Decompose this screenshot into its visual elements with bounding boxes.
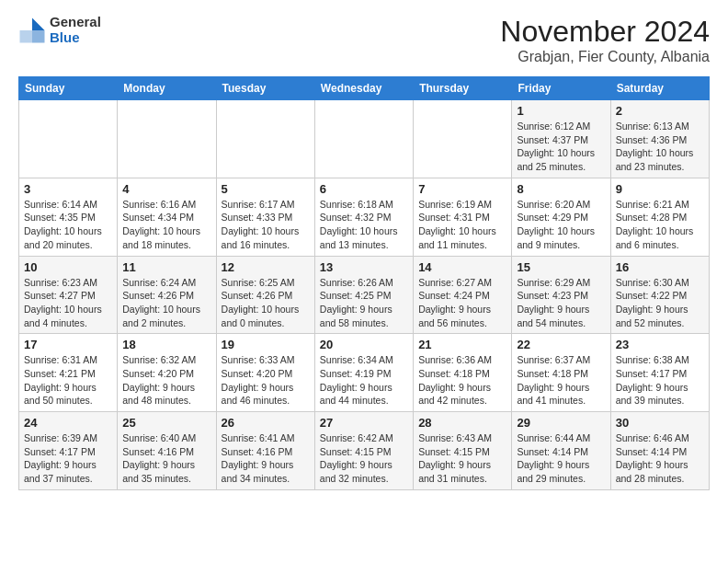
calendar-cell: 5Sunrise: 6:17 AM Sunset: 4:33 PM Daylig…: [216, 178, 314, 256]
logo-general-text: General: [50, 15, 101, 30]
calendar-cell: 6Sunrise: 6:18 AM Sunset: 4:32 PM Daylig…: [314, 178, 413, 256]
day-number: 21: [418, 338, 506, 351]
calendar-week-row: 3Sunrise: 6:14 AM Sunset: 4:35 PM Daylig…: [19, 178, 710, 256]
page: General Blue November 2024 Grabjan, Fier…: [0, 0, 728, 505]
day-number: 15: [517, 260, 605, 274]
day-number: 17: [24, 338, 112, 351]
day-detail: Sunrise: 6:12 AM Sunset: 4:37 PM Dayligh…: [517, 120, 605, 174]
calendar-header-row: SundayMondayTuesdayWednesdayThursdayFrid…: [19, 77, 710, 100]
calendar-header-thursday: Thursday: [414, 77, 512, 100]
calendar-cell: 23Sunrise: 6:38 AM Sunset: 4:17 PM Dayli…: [610, 334, 709, 412]
calendar-cell: [314, 100, 413, 178]
day-detail: Sunrise: 6:42 AM Sunset: 4:15 PM Dayligh…: [320, 431, 408, 486]
day-number: 7: [418, 182, 506, 196]
calendar-cell: 21Sunrise: 6:36 AM Sunset: 4:18 PM Dayli…: [414, 334, 512, 412]
day-detail: Sunrise: 6:41 AM Sunset: 4:16 PM Dayligh…: [222, 431, 310, 486]
main-title: November 2024: [500, 15, 710, 49]
calendar-cell: 14Sunrise: 6:27 AM Sunset: 4:24 PM Dayli…: [414, 256, 512, 334]
calendar-cell: 24Sunrise: 6:39 AM Sunset: 4:17 PM Dayli…: [19, 412, 118, 490]
calendar-week-row: 17Sunrise: 6:31 AM Sunset: 4:21 PM Dayli…: [19, 334, 710, 412]
day-number: 22: [517, 338, 605, 351]
header: General Blue November 2024 Grabjan, Fier…: [18, 15, 710, 65]
day-number: 8: [517, 182, 605, 196]
calendar-header-friday: Friday: [512, 77, 610, 100]
day-detail: Sunrise: 6:25 AM Sunset: 4:26 PM Dayligh…: [222, 276, 310, 330]
calendar-header-tuesday: Tuesday: [216, 77, 314, 100]
calendar-cell: 9Sunrise: 6:21 AM Sunset: 4:28 PM Daylig…: [610, 178, 709, 256]
svg-marker-1: [32, 30, 45, 43]
logo-icon: [18, 17, 46, 44]
calendar-cell: 19Sunrise: 6:33 AM Sunset: 4:20 PM Dayli…: [216, 334, 314, 412]
day-number: 11: [122, 260, 210, 274]
day-number: 25: [122, 416, 210, 430]
day-detail: Sunrise: 6:27 AM Sunset: 4:24 PM Dayligh…: [418, 276, 506, 330]
svg-marker-2: [20, 30, 33, 43]
calendar-cell: [216, 100, 314, 178]
day-number: 30: [616, 416, 704, 430]
calendar-cell: 27Sunrise: 6:42 AM Sunset: 4:15 PM Dayli…: [314, 412, 413, 490]
calendar-header-monday: Monday: [118, 77, 216, 100]
day-detail: Sunrise: 6:36 AM Sunset: 4:18 PM Dayligh…: [418, 353, 506, 408]
day-detail: Sunrise: 6:38 AM Sunset: 4:17 PM Dayligh…: [616, 353, 704, 408]
day-number: 24: [24, 416, 112, 430]
calendar-cell: [19, 100, 118, 178]
day-detail: Sunrise: 6:17 AM Sunset: 4:33 PM Dayligh…: [222, 198, 310, 252]
day-detail: Sunrise: 6:46 AM Sunset: 4:14 PM Dayligh…: [616, 431, 704, 486]
day-detail: Sunrise: 6:37 AM Sunset: 4:18 PM Dayligh…: [517, 353, 605, 408]
calendar-header-sunday: Sunday: [19, 77, 118, 100]
calendar-week-row: 24Sunrise: 6:39 AM Sunset: 4:17 PM Dayli…: [19, 412, 710, 490]
calendar: SundayMondayTuesdayWednesdayThursdayFrid…: [18, 76, 710, 490]
calendar-cell: 7Sunrise: 6:19 AM Sunset: 4:31 PM Daylig…: [414, 178, 512, 256]
calendar-header-wednesday: Wednesday: [314, 77, 413, 100]
day-number: 28: [418, 416, 506, 430]
calendar-cell: 17Sunrise: 6:31 AM Sunset: 4:21 PM Dayli…: [19, 334, 118, 412]
calendar-cell: 13Sunrise: 6:26 AM Sunset: 4:25 PM Dayli…: [314, 256, 413, 334]
day-detail: Sunrise: 6:30 AM Sunset: 4:22 PM Dayligh…: [616, 276, 704, 330]
calendar-cell: 2Sunrise: 6:13 AM Sunset: 4:36 PM Daylig…: [610, 100, 709, 178]
day-number: 20: [320, 338, 408, 351]
day-number: 4: [122, 182, 210, 196]
day-detail: Sunrise: 6:24 AM Sunset: 4:26 PM Dayligh…: [122, 276, 210, 330]
day-number: 27: [320, 416, 408, 430]
calendar-header-saturday: Saturday: [610, 77, 709, 100]
day-number: 9: [616, 182, 704, 196]
day-detail: Sunrise: 6:33 AM Sunset: 4:20 PM Dayligh…: [222, 353, 310, 408]
calendar-cell: 10Sunrise: 6:23 AM Sunset: 4:27 PM Dayli…: [19, 256, 118, 334]
day-detail: Sunrise: 6:20 AM Sunset: 4:29 PM Dayligh…: [517, 198, 605, 252]
day-detail: Sunrise: 6:39 AM Sunset: 4:17 PM Dayligh…: [24, 431, 112, 486]
day-number: 26: [222, 416, 310, 430]
day-number: 12: [222, 260, 310, 274]
day-detail: Sunrise: 6:29 AM Sunset: 4:23 PM Dayligh…: [517, 276, 605, 330]
day-detail: Sunrise: 6:23 AM Sunset: 4:27 PM Dayligh…: [24, 276, 112, 330]
calendar-cell: 1Sunrise: 6:12 AM Sunset: 4:37 PM Daylig…: [512, 100, 610, 178]
day-detail: Sunrise: 6:43 AM Sunset: 4:15 PM Dayligh…: [418, 431, 506, 486]
calendar-cell: 12Sunrise: 6:25 AM Sunset: 4:26 PM Dayli…: [216, 256, 314, 334]
day-number: 13: [320, 260, 408, 274]
day-detail: Sunrise: 6:31 AM Sunset: 4:21 PM Dayligh…: [24, 353, 112, 408]
calendar-week-row: 10Sunrise: 6:23 AM Sunset: 4:27 PM Dayli…: [19, 256, 710, 334]
calendar-week-row: 1Sunrise: 6:12 AM Sunset: 4:37 PM Daylig…: [19, 100, 710, 178]
calendar-cell: 20Sunrise: 6:34 AM Sunset: 4:19 PM Dayli…: [314, 334, 413, 412]
day-number: 29: [517, 416, 605, 430]
calendar-cell: 4Sunrise: 6:16 AM Sunset: 4:34 PM Daylig…: [118, 178, 216, 256]
svg-marker-0: [32, 17, 45, 30]
day-number: 5: [222, 182, 310, 196]
day-detail: Sunrise: 6:19 AM Sunset: 4:31 PM Dayligh…: [418, 198, 506, 252]
calendar-cell: 8Sunrise: 6:20 AM Sunset: 4:29 PM Daylig…: [512, 178, 610, 256]
day-detail: Sunrise: 6:14 AM Sunset: 4:35 PM Dayligh…: [24, 198, 112, 252]
calendar-cell: 3Sunrise: 6:14 AM Sunset: 4:35 PM Daylig…: [19, 178, 118, 256]
calendar-cell: 18Sunrise: 6:32 AM Sunset: 4:20 PM Dayli…: [118, 334, 216, 412]
logo: General Blue: [18, 15, 101, 45]
day-number: 1: [517, 104, 605, 118]
calendar-cell: [118, 100, 216, 178]
sub-title: Grabjan, Fier County, Albania: [500, 49, 710, 65]
day-number: 10: [24, 260, 112, 274]
day-number: 2: [616, 104, 704, 118]
calendar-cell: [414, 100, 512, 178]
day-number: 3: [24, 182, 112, 196]
day-number: 23: [616, 338, 704, 351]
day-number: 6: [320, 182, 408, 196]
logo-blue-text: Blue: [50, 30, 101, 46]
day-detail: Sunrise: 6:34 AM Sunset: 4:19 PM Dayligh…: [320, 353, 408, 408]
day-detail: Sunrise: 6:16 AM Sunset: 4:34 PM Dayligh…: [122, 198, 210, 252]
